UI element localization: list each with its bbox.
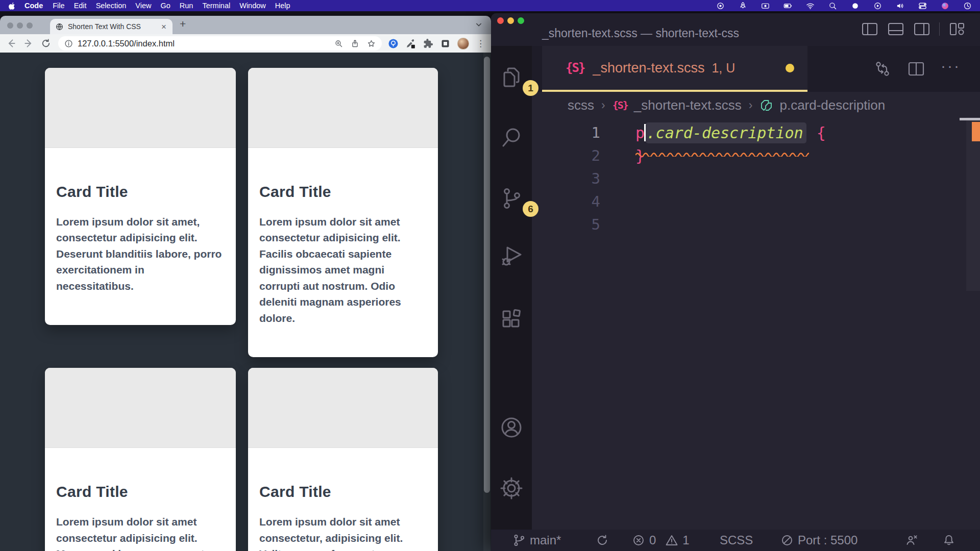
- rocket-icon[interactable]: [739, 2, 747, 10]
- live-server-port[interactable]: Port : 5500: [780, 530, 857, 551]
- menu-item-selection[interactable]: Selection: [91, 2, 131, 10]
- minimize-window-button[interactable]: [507, 17, 514, 24]
- toggle-sidebar-icon[interactable]: [861, 21, 878, 37]
- window-title: _shorten-text.scss — shorten-text-css: [542, 27, 739, 40]
- back-icon[interactable]: [6, 38, 16, 48]
- code-editor[interactable]: 12345 p.card-description { }: [532, 118, 980, 530]
- menu-item-edit[interactable]: Edit: [69, 2, 91, 10]
- menu-item-go[interactable]: Go: [156, 2, 175, 10]
- card-body: Card Title Lorem ipsum dolor sit amet co…: [248, 148, 438, 357]
- editor-tab[interactable]: {S} _shorten-text.scss 1, U: [542, 46, 807, 92]
- card-image-placeholder: [248, 68, 438, 148]
- toggle-panel-icon[interactable]: [887, 21, 904, 37]
- editor-scrollbar[interactable]: [966, 117, 980, 291]
- problems-indicator[interactable]: 0 1: [632, 530, 690, 551]
- menu-item-run[interactable]: Run: [175, 2, 198, 10]
- profile-avatar[interactable]: [457, 38, 469, 49]
- split-editor-icon[interactable]: [907, 60, 925, 78]
- breadcrumb-symbol[interactable]: p.card-description: [779, 97, 885, 113]
- browser-scrollbar[interactable]: [483, 53, 491, 551]
- sync-button[interactable]: [596, 530, 609, 551]
- errors-icon: [632, 534, 645, 547]
- language-mode[interactable]: SCSS: [720, 530, 753, 551]
- activity-search-icon[interactable]: [499, 125, 524, 149]
- menu-item-file[interactable]: File: [48, 2, 69, 10]
- activity-extensions-icon[interactable]: [499, 307, 524, 332]
- menu-item-view[interactable]: View: [131, 2, 156, 10]
- activity-settings-icon[interactable]: [499, 476, 524, 500]
- reload-icon[interactable]: [41, 38, 51, 48]
- customize-layout-icon[interactable]: [948, 21, 966, 37]
- globe-favicon-icon: [55, 22, 64, 31]
- share-icon[interactable]: [351, 39, 359, 48]
- activity-source-control-icon[interactable]: [499, 186, 524, 211]
- focus-icon[interactable]: [851, 2, 860, 10]
- siri-icon[interactable]: [941, 2, 949, 10]
- card-description: Lorem ipsum dolor sit amet consectetur, …: [259, 514, 427, 551]
- activity-debug-icon[interactable]: [499, 243, 524, 268]
- zoom-window-button[interactable]: [518, 17, 524, 24]
- toggle-secondary-sidebar-icon[interactable]: [913, 21, 930, 37]
- browser-scrollbar-thumb[interactable]: [484, 57, 490, 493]
- card-image-placeholder: [45, 368, 236, 448]
- url-text[interactable]: 127.0.0.1:5500/index.html: [78, 39, 334, 48]
- apple-menu-icon[interactable]: [8, 2, 16, 10]
- clock-icon[interactable]: [963, 2, 972, 10]
- forward-icon[interactable]: [23, 38, 34, 48]
- record-icon[interactable]: [716, 2, 725, 10]
- new-tab-button[interactable]: +: [180, 18, 186, 30]
- eyedropper-extension-icon[interactable]: [405, 38, 416, 49]
- content-card: Card Title Lorem ipsum dolor sit amet co…: [248, 68, 438, 357]
- card-body: Card Title Lorem ipsum dolor sit amet, c…: [45, 148, 236, 325]
- more-actions-icon[interactable]: ···: [941, 66, 961, 72]
- url-bar[interactable]: 127.0.0.1:5500/index.html: [58, 36, 382, 51]
- window-controls[interactable]: [497, 17, 524, 24]
- tab-close-icon[interactable]: ×: [160, 22, 167, 31]
- content-card: Card Title Lorem ipsum dolor sit amet co…: [45, 368, 236, 551]
- activity-account-icon[interactable]: [499, 415, 524, 440]
- editor-tab-bar: {S} _shorten-text.scss 1, U ···: [532, 46, 980, 92]
- browser-tab-title: Shorten Text With CSS: [68, 22, 160, 31]
- extension-box-icon[interactable]: [440, 38, 451, 49]
- browser-tab[interactable]: Shorten Text With CSS ×: [50, 19, 173, 34]
- warning-squiggle: [635, 140, 809, 144]
- spotlight-icon[interactable]: [828, 2, 837, 10]
- card-description: Lorem ipsum dolor sit amet consectetur a…: [56, 514, 225, 551]
- line-number-gutter: 12345: [532, 118, 612, 530]
- menu-item-terminal[interactable]: Terminal: [198, 2, 235, 10]
- vscode-title-bar: _shorten-text.scss — shorten-text-css: [491, 13, 980, 46]
- bookmark-star-icon[interactable]: [367, 39, 376, 48]
- zoom-icon[interactable]: [334, 39, 343, 48]
- notifications-button[interactable]: [942, 530, 955, 551]
- feedback-button[interactable]: [905, 530, 919, 551]
- card-image-placeholder: [248, 368, 438, 448]
- browser-menu-kebab-icon[interactable]: ⋮: [476, 38, 485, 49]
- breadcrumb-folder[interactable]: scss: [568, 97, 594, 113]
- close-window-button[interactable]: [497, 17, 504, 24]
- code-content[interactable]: p.card-description { }: [612, 118, 826, 530]
- breadcrumb-separator: ›: [748, 98, 754, 112]
- menu-item-window[interactable]: Window: [235, 2, 271, 10]
- control-center-icon[interactable]: [918, 2, 927, 10]
- password-manager-icon[interactable]: [388, 38, 399, 49]
- line-number: 2: [532, 144, 600, 167]
- menu-item-help[interactable]: Help: [271, 2, 295, 10]
- wifi-icon[interactable]: [806, 2, 815, 10]
- battery-icon[interactable]: [783, 2, 792, 10]
- volume-icon[interactable]: [896, 2, 904, 10]
- open-changes-icon[interactable]: [873, 60, 892, 78]
- branch-indicator[interactable]: main*: [512, 530, 561, 551]
- feedback-person-icon: [905, 534, 919, 547]
- tab-search-chevron-icon[interactable]: [475, 20, 483, 29]
- site-info-icon[interactable]: [64, 39, 73, 48]
- line-number: 5: [532, 213, 600, 236]
- display-record-icon[interactable]: [761, 2, 770, 10]
- active-app-menu[interactable]: Code: [19, 2, 48, 10]
- play-circle-icon[interactable]: [873, 2, 882, 10]
- extensions-puzzle-icon[interactable]: [423, 38, 433, 49]
- breadcrumb-file[interactable]: _shorten-text.scss: [634, 97, 742, 113]
- breadcrumb: scss › {S} _shorten-text.scss › p.card-d…: [532, 92, 980, 118]
- activity-files-icon[interactable]: [499, 65, 524, 90]
- window-controls-inactive[interactable]: [7, 22, 33, 29]
- modified-indicator-dot[interactable]: [786, 64, 794, 72]
